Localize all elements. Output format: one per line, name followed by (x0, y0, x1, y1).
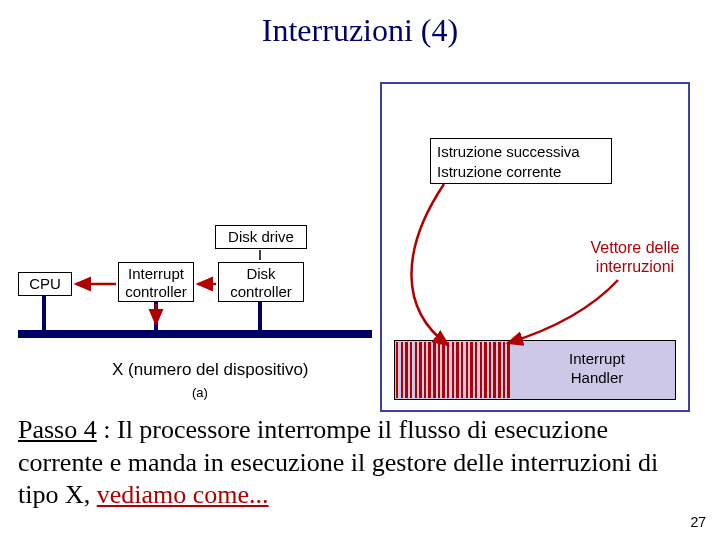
dc-label-2: controller (230, 283, 292, 300)
interrupt-vector-label: Vettore delle interruzioni (575, 238, 695, 276)
next-instruction-label: Istruzione successiva (437, 142, 605, 162)
interrupt-controller-box: Interrupt controller (118, 262, 194, 302)
bus-connector-dc (258, 302, 262, 330)
ic-label-2: controller (125, 283, 187, 300)
device-number-label: X (numero del dispositivo) (112, 360, 309, 380)
bus-connector-ic (154, 302, 158, 330)
interrupt-handler-label: Interrupt Handler (552, 350, 642, 388)
bus-connector-cpu (42, 296, 46, 330)
handler-hatch (396, 342, 512, 398)
handler-l1: Interrupt (569, 350, 625, 367)
current-instruction-label: Istruzione corrente (437, 162, 605, 182)
dc-label-1: Disk (246, 265, 275, 282)
disk-controller-box: Disk controller (218, 262, 304, 302)
slide-number: 27 (690, 514, 706, 530)
instruction-box: Istruzione successiva Istruzione corrent… (430, 138, 612, 184)
system-bus (18, 330, 372, 338)
vettore-l1: Vettore delle (591, 239, 680, 256)
body-lead: Passo 4 (18, 415, 97, 444)
body-highlight: vediamo come... (97, 480, 269, 509)
handler-l2: Handler (571, 369, 624, 386)
disk-drive-box: Disk drive (215, 225, 307, 249)
vettore-l2: interruzioni (596, 258, 674, 275)
body-text: Passo 4 : Il processore interrompe il fl… (18, 414, 678, 512)
ic-label-1: Interrupt (128, 265, 184, 282)
subfigure-a-label: (a) (192, 385, 208, 400)
slide-title: Interruzioni (4) (0, 0, 720, 49)
cpu-box: CPU (18, 272, 72, 296)
